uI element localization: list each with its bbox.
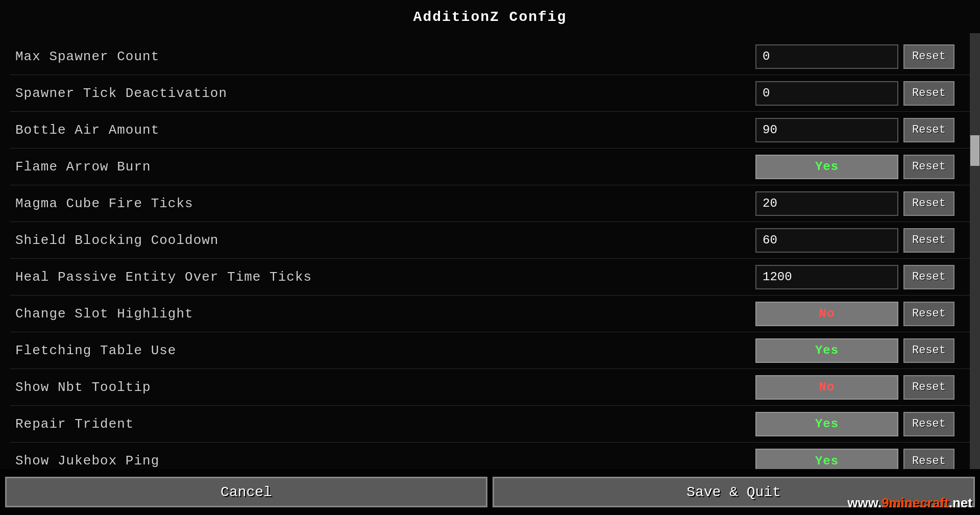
config-row-repair-trident: Repair TridentYesReset [10,406,970,443]
config-controls-heal-passive-entity: Reset [755,265,954,289]
config-input-shield-blocking-cooldown[interactable] [755,228,898,253]
scrollbar[interactable] [970,33,980,469]
config-toggle-show-nbt-tooltip[interactable]: No [755,375,898,400]
config-controls-change-slot-highlight: NoReset [755,302,954,326]
reset-button-spawner-tick-deactivation[interactable]: Reset [903,81,954,106]
config-input-bottle-air-amount[interactable] [755,118,898,142]
reset-button-shield-blocking-cooldown[interactable]: Reset [903,228,954,253]
config-controls-show-jukebox-ping: YesReset [755,449,954,469]
bottom-bar: Cancel Save & Quit [0,469,980,515]
config-input-spawner-tick-deactivation[interactable] [755,81,898,106]
reset-button-change-slot-highlight[interactable]: Reset [903,302,954,326]
config-toggle-flame-arrow-burn[interactable]: Yes [755,155,898,179]
config-controls-shield-blocking-cooldown: Reset [755,228,954,253]
config-label-heal-passive-entity: Heal Passive Entity Over Time Ticks [10,269,755,285]
watermark: www.9minecraft.net [847,495,972,511]
config-row-max-spawner-count: Max Spawner CountReset [10,38,970,75]
config-label-repair-trident: Repair Trident [10,416,755,432]
reset-button-show-nbt-tooltip[interactable]: Reset [903,375,954,400]
reset-button-bottle-air-amount[interactable]: Reset [903,118,954,142]
config-controls-fletching-table-use: YesReset [755,338,954,363]
config-label-show-jukebox-ping: Show Jukebox Ping [10,453,755,469]
config-label-magma-cube-fire-ticks: Magma Cube Fire Ticks [10,196,755,211]
watermark-prefix: www. [847,495,881,510]
config-input-max-spawner-count[interactable] [755,44,898,69]
config-toggle-change-slot-highlight[interactable]: No [755,302,898,326]
config-label-shield-blocking-cooldown: Shield Blocking Cooldown [10,233,755,248]
config-row-show-nbt-tooltip: Show Nbt TooltipNoReset [10,369,970,406]
config-controls-magma-cube-fire-ticks: Reset [755,191,954,216]
reset-button-flame-arrow-burn[interactable]: Reset [903,155,954,179]
config-controls-show-nbt-tooltip: NoReset [755,375,954,400]
config-input-heal-passive-entity[interactable] [755,265,898,289]
config-row-flame-arrow-burn: Flame Arrow BurnYesReset [10,149,970,185]
config-label-fletching-table-use: Fletching Table Use [10,343,755,358]
reset-button-show-jukebox-ping[interactable]: Reset [903,449,954,469]
config-row-spawner-tick-deactivation: Spawner Tick DeactivationReset [10,75,970,112]
scrollbar-thumb[interactable] [970,135,979,166]
config-row-show-jukebox-ping: Show Jukebox PingYesReset [10,443,970,469]
config-toggle-show-jukebox-ping[interactable]: Yes [755,449,898,469]
config-controls-max-spawner-count: Reset [755,44,954,69]
reset-button-fletching-table-use[interactable]: Reset [903,338,954,363]
config-controls-bottle-air-amount: Reset [755,118,954,142]
watermark-suffix: .net [949,495,972,510]
config-toggle-fletching-table-use[interactable]: Yes [755,338,898,363]
cancel-button[interactable]: Cancel [5,477,487,507]
config-label-change-slot-highlight: Change Slot Highlight [10,306,755,322]
config-row-heal-passive-entity: Heal Passive Entity Over Time TicksReset [10,259,970,296]
config-controls-flame-arrow-burn: YesReset [755,155,954,179]
config-label-spawner-tick-deactivation: Spawner Tick Deactivation [10,86,755,101]
reset-button-magma-cube-fire-ticks[interactable]: Reset [903,191,954,216]
reset-button-max-spawner-count[interactable]: Reset [903,44,954,69]
config-label-bottle-air-amount: Bottle Air Amount [10,122,755,138]
config-controls-spawner-tick-deactivation: Reset [755,81,954,106]
config-list: Max Spawner CountResetSpawner Tick Deact… [0,33,980,469]
config-label-flame-arrow-burn: Flame Arrow Burn [10,159,755,175]
config-label-show-nbt-tooltip: Show Nbt Tooltip [10,380,755,395]
watermark-site: 9minecraft [881,495,949,510]
config-row-fletching-table-use: Fletching Table UseYesReset [10,332,970,369]
reset-button-repair-trident[interactable]: Reset [903,412,954,436]
page-title: AdditionZ Config [413,9,567,25]
config-row-bottle-air-amount: Bottle Air AmountReset [10,112,970,149]
config-input-magma-cube-fire-ticks[interactable] [755,191,898,216]
config-row-magma-cube-fire-ticks: Magma Cube Fire TicksReset [10,185,970,222]
config-row-shield-blocking-cooldown: Shield Blocking CooldownReset [10,222,970,259]
config-controls-repair-trident: YesReset [755,412,954,436]
config-toggle-repair-trident[interactable]: Yes [755,412,898,436]
config-label-max-spawner-count: Max Spawner Count [10,49,755,64]
config-row-change-slot-highlight: Change Slot HighlightNoReset [10,296,970,332]
reset-button-heal-passive-entity[interactable]: Reset [903,265,954,289]
